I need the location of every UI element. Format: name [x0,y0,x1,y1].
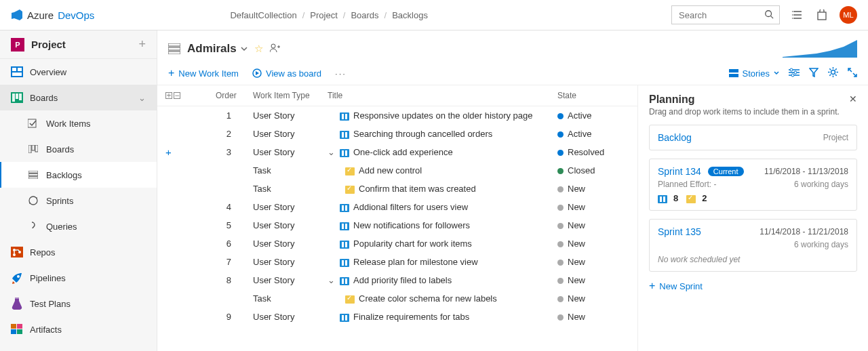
row-title: New notifications for followers [353,220,470,230]
row-state: Resolved [549,143,637,161]
sidebar-item-repos[interactable]: Repos [0,239,157,265]
chevron-down-icon [241,45,248,52]
backlog-row[interactable]: +8User Story⌄Add priority filed to label… [157,271,637,289]
svg-rect-16 [32,145,35,150]
new-work-item-button[interactable]: + New Work Item [168,67,239,79]
row-title-cell[interactable]: Popularity chart for work items [319,234,549,253]
col-type[interactable]: Work Item Type [245,85,319,106]
backlog-row[interactable]: +2User StorySearching through cancelled … [157,125,637,143]
settings-icon[interactable] [828,67,838,79]
user-story-icon [340,259,349,267]
row-title-cell[interactable]: Searching through cancelled orders [319,125,549,143]
chevron-icon: ⌄ [138,93,146,103]
row-title-cell[interactable]: Addional filters for users view [319,198,549,216]
row-title-cell[interactable]: Create color schema for new labels [319,289,549,308]
row-type: User Story [245,308,319,326]
backlog-row[interactable]: +7User StoryRelease plan for milestone v… [157,253,637,271]
project-picker[interactable]: P Project + [0,30,157,59]
sidebar-item-boards[interactable]: Boards⌄ [0,85,157,110]
favorite-star-icon[interactable]: ☆ [254,43,263,55]
new-project-icon[interactable]: + [138,37,146,51]
search-icon[interactable] [764,9,774,21]
velocity-sparkline[interactable] [783,40,857,58]
backlog-row[interactable]: +6User StoryPopularity chart for work it… [157,234,637,253]
row-title-cell[interactable]: Finalize requirements for tabs [319,308,549,326]
new-sprint-button[interactable]: + New Sprint [649,280,857,292]
search-input[interactable] [677,9,759,21]
user-avatar[interactable]: ML [840,6,857,24]
task-icon [345,186,355,194]
team-picker[interactable]: Admirals [187,42,248,56]
svg-rect-29 [17,324,22,329]
backlog-row[interactable]: +TaskCreate color schema for new labelsN… [157,289,637,308]
backlogs-icon [27,169,39,181]
sidebar-item-overview[interactable]: Overview [0,59,157,85]
backlog-row[interactable]: +TaskAdd new controlClosed [157,161,637,180]
col-order[interactable]: Order [208,85,245,106]
backlog-row[interactable]: +9User StoryFinalize requirements for ta… [157,308,637,326]
filter-icon[interactable] [809,68,818,79]
user-story-icon [340,204,349,212]
row-title-cell[interactable]: Confirm that item was created [319,180,549,198]
col-title[interactable]: Title [319,85,549,106]
row-order [208,180,245,198]
sidebar-subitem-sprints[interactable]: Sprints [0,188,157,213]
backlog-row[interactable]: +1User StoryResponsive updates on the ol… [157,106,637,125]
view-as-board-button[interactable]: View as board [252,68,321,79]
backlog-row[interactable]: +4User StoryAddional filters for users v… [157,198,637,216]
add-child-icon[interactable]: + [165,146,172,158]
row-title-cell[interactable]: ⌄Add priority filed to labels [319,271,549,289]
sidebar-item-artifacts[interactable]: Artifacts [0,316,157,342]
sidebar-subitem-boards[interactable]: Boards [0,136,157,162]
row-title-cell[interactable]: ⌄One-click add experience [319,143,549,161]
row-expander-icon[interactable]: ⌄ [328,275,340,285]
svg-rect-31 [17,329,22,334]
azure-devops-logo[interactable]: Azure DevOps [11,9,94,21]
row-title-cell[interactable]: Add new control [319,161,549,180]
sidebar-subitem-queries[interactable]: Queries [0,213,157,239]
svg-point-3 [792,14,793,16]
breadcrumb-item[interactable]: Boards [351,10,378,20]
top-bar: Azure DevOps DefaultCollection/Project/B… [0,0,868,30]
team-members-icon[interactable] [270,43,281,55]
svg-rect-30 [11,329,16,334]
bag-icon[interactable] [815,8,829,22]
row-title-cell[interactable]: New notifications for followers [319,216,549,234]
col-state[interactable]: State [549,85,637,106]
sidebar-item-test-plans[interactable]: Test Plans [0,291,157,316]
row-expander-icon[interactable]: ⌄ [328,147,340,157]
row-title-cell[interactable]: Release plan for milestone view [319,253,549,271]
state-dot-icon [557,314,564,321]
breadcrumb-item[interactable]: Project [310,10,337,20]
expand-collapse-all[interactable]: +− [165,92,199,99]
svg-point-4 [792,18,793,19]
brand-azure: Azure [27,9,54,21]
sprint-card[interactable]: Sprint 134Current11/6/2018 - 11/13/2018P… [649,159,857,211]
backlog-grid[interactable]: +− Order Work Item Type Title State +1Us… [157,85,637,351]
sidebar-item-pipelines[interactable]: Pipelines [0,265,157,291]
close-planning-icon[interactable]: ✕ [849,94,857,104]
sidebar-subitem-backlogs[interactable]: Backlogs [0,162,157,188]
sidebar-label: Backlogs [46,170,82,180]
breadcrumb-item[interactable]: Backlogs [392,10,428,20]
svg-rect-34 [168,51,180,54]
backlog-card[interactable]: Backlog Project [649,125,857,150]
breadcrumb-item[interactable]: DefaultCollection [230,10,296,20]
fullscreen-icon[interactable] [848,68,857,79]
sidebar-subitem-work-items[interactable]: Work Items [0,110,157,136]
row-order: 2 [208,125,245,143]
search-input-wrap[interactable] [671,5,780,24]
more-actions-button[interactable]: ··· [335,68,347,79]
row-state: Active [549,125,637,143]
backlog-row[interactable]: +3User Story⌄One-click add experienceRes… [157,143,637,161]
backlog-row[interactable]: +5User StoryNew notifications for follow… [157,216,637,234]
backlog-level-picker[interactable]: Stories [729,68,779,79]
task-icon [686,195,696,203]
backlog-row[interactable]: +TaskConfirm that item was createdNew [157,180,637,198]
sprint-card[interactable]: Sprint 13511/14/2018 - 11/21/20186 worki… [649,219,857,272]
options-icon[interactable] [789,68,800,79]
testplans-icon [11,297,23,310]
list-icon[interactable] [791,8,804,22]
backlog-scope: Project [823,133,848,142]
row-title-cell[interactable]: Responsive updates on the older history … [319,106,549,125]
